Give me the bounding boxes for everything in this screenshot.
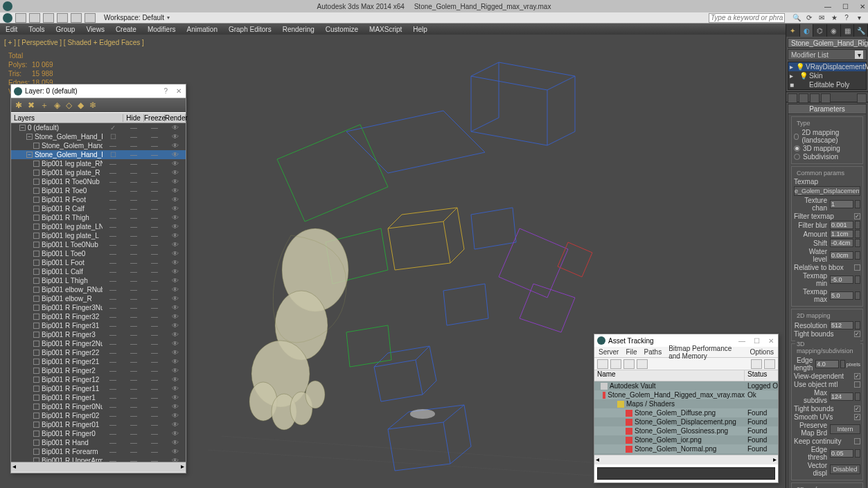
visibility-icon[interactable]: 👁 [165,205,186,213]
layer-row[interactable]: −Stone_Golem_Hand_Rigged_Bones☐——👁 [11,150,186,159]
asset-menu-server[interactable]: Server [599,348,619,356]
asset-tree-button[interactable] [623,359,635,369]
visibility-icon[interactable]: 👁 [165,223,186,231]
layer-row[interactable]: Bip001 leg plate_RNub———👁 [11,159,186,168]
layer-row[interactable]: Bip001 R Finger1———👁 [11,393,186,402]
search-icon[interactable]: 🔍 [792,13,801,23]
asset-list[interactable]: Autodesk VaultLogged OStone_Golem_Hand_R… [594,381,778,455]
param-spinner[interactable]: Texture chan [794,197,860,212]
layer-list[interactable]: −0 (default)✓——👁−Stone_Golem_Hand_Rigged… [11,123,186,462]
visibility-icon[interactable]: 👁 [165,133,186,141]
expand-icon[interactable] [33,278,39,284]
visibility-icon[interactable]: 👁 [165,250,186,257]
modifier-list-dropdown[interactable]: Modifier List▾ [788,49,867,60]
asset-row[interactable]: Stone_Golem_Hand_Rigged_max_vray.maxOk [594,390,778,399]
utilities-tab[interactable]: 🔧 [854,24,868,37]
layer-window-help-button[interactable]: ? [163,87,168,95]
expand-icon[interactable]: ▸ [790,72,797,80]
expand-icon[interactable] [33,260,39,266]
expand-icon[interactable] [33,224,39,230]
visibility-icon[interactable]: 👁 [165,277,186,284]
stack-item[interactable]: ▸💡VRayDisplacementMod [788,62,866,71]
expand-icon[interactable] [33,170,39,176]
layer-row[interactable]: Bip001 R Calf———👁 [11,204,186,213]
visibility-icon[interactable]: 👁 [165,295,186,302]
expand-icon[interactable] [33,287,39,293]
layer-row[interactable]: Bip001 R Finger12———👁 [11,375,186,384]
asset-row[interactable]: Maps / Shaders [594,399,778,408]
param-spinner[interactable]: Resolution [794,321,860,329]
param-checkbox[interactable]: View-dependent [794,372,860,380]
toolbar-redo-button[interactable] [71,13,82,23]
layer-row[interactable]: Bip001 R Finger2Nub———👁 [11,339,186,348]
param-spinner[interactable]: Max subdivs [794,389,860,404]
expand-icon[interactable] [33,143,39,149]
visibility-icon[interactable]: 👁 [165,421,186,428]
communication-icon[interactable]: ✉ [817,13,826,23]
param-spinner[interactable]: Texmap max [794,288,860,303]
layer-row[interactable]: −0 (default)✓——👁 [11,123,186,132]
param-checkbox[interactable]: Keep continuity [794,437,860,445]
asset-refresh-button[interactable] [597,359,608,369]
layer-manager-window[interactable]: Layer: 0 (default) ? ✕ ✱ ✖ ＋ ◈ ◇ ◆ ❄ Lay… [10,84,186,473]
expand-icon[interactable] [33,431,39,437]
param-spinner[interactable]: Shift [794,239,860,247]
asset-menu-file[interactable]: File [626,348,637,356]
menu-edit[interactable]: Edit [6,26,17,33]
display-tab[interactable]: ▦ [841,24,855,37]
menu-create[interactable]: Create [116,26,136,33]
visibility-icon[interactable]: 👁 [165,358,186,365]
layer-row[interactable]: Stone_Golem_Hand_Rigged———👁 [11,141,186,150]
layer-row[interactable]: Bip001 R Finger31———👁 [11,321,186,330]
expand-icon[interactable] [33,305,39,311]
layer-row[interactable]: Bip001 R Finger02———👁 [11,411,186,420]
toolbar-open-button[interactable] [29,13,40,23]
asset-help-button[interactable] [764,359,775,369]
bulb-icon[interactable]: 💡 [799,72,806,80]
param-spinner[interactable]: Amount [794,230,860,238]
param-checkbox[interactable]: Use object mtl [794,381,860,388]
layer-row[interactable]: Bip001 R Hand———👁 [11,438,186,447]
visibility-icon[interactable]: 👁 [165,457,186,462]
expand-icon[interactable] [33,440,39,446]
asset-row[interactable]: Stone_Golem_Displacement.pngFound [594,417,778,426]
visibility-icon[interactable]: 👁 [165,187,186,195]
asset-row[interactable]: Autodesk VaultLogged O [594,381,778,390]
expand-icon[interactable] [33,350,39,356]
param-checkbox[interactable]: Smooth UVs [794,413,860,421]
expand-icon[interactable] [33,323,39,329]
visibility-icon[interactable]: 👁 [165,241,186,248]
asset-table-button[interactable] [637,359,648,369]
visibility-icon[interactable]: 👁 [165,151,186,159]
asset-row[interactable]: Stone_Golem_Diffuse.pngFound [594,408,778,417]
menu-help[interactable]: Help [413,26,427,33]
expand-icon[interactable]: − [26,152,33,158]
visibility-icon[interactable]: 👁 [165,403,186,410]
layer-row[interactable]: Bip001 R Finger3Nub———👁 [11,303,186,312]
expand-icon[interactable] [33,314,39,320]
menu-animation[interactable]: Animation [186,26,217,33]
visibility-icon[interactable]: 👁 [165,322,186,329]
layer-delete-icon[interactable]: ✖ [28,100,35,110]
window-minimize-button[interactable]: — [824,3,831,10]
expand-icon[interactable] [33,359,39,365]
menu-group[interactable]: Group [56,26,76,33]
visibility-icon[interactable]: 👁 [165,331,186,338]
layer-row[interactable]: Bip001 R Finger0Nub———👁 [11,402,186,411]
param-checkbox[interactable]: Relative to bbox [794,264,860,271]
layer-add-icon[interactable]: ＋ [40,100,48,111]
help-icon[interactable]: ? [842,13,851,23]
modify-tab[interactable]: ◐ [800,24,814,37]
layer-row[interactable]: Bip001 R Finger11———👁 [11,384,186,393]
param-checkbox[interactable]: Tight bounds [794,405,860,413]
layer-row[interactable]: Bip001 L Toe0Nub———👁 [11,240,186,249]
type-radio[interactable]: 2D mapping (landscape) [794,129,860,144]
bulb-icon[interactable]: 💡 [796,63,803,71]
visibility-icon[interactable]: 👁 [165,385,186,392]
visibility-icon[interactable]: 👁 [165,340,186,347]
make-unique-button[interactable] [810,93,820,103]
show-end-result-button[interactable] [799,93,808,103]
asset-row[interactable]: Stone_Golem_Glossiness.pngFound [594,426,778,435]
expand-icon[interactable] [33,395,39,401]
expand-icon[interactable] [33,386,39,392]
